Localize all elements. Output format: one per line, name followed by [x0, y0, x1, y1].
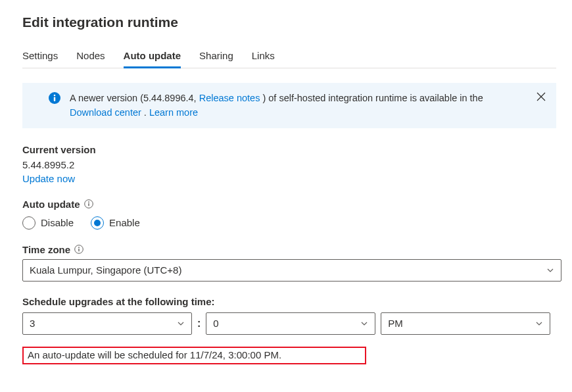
schedule-hour-value: 3: [30, 318, 35, 329]
tabs: Settings Nodes Auto update Sharing Links: [22, 47, 556, 68]
release-notes-link[interactable]: Release notes: [199, 93, 260, 103]
timezone-section: Time zone Kuala Lumpur, Singapore (UTC+8…: [22, 244, 556, 282]
banner-pre: A newer version (5.44.8996.4,: [70, 93, 199, 103]
info-icon: [49, 92, 60, 104]
schedule-section: Schedule upgrades at the following time:…: [22, 296, 556, 335]
tab-sharing[interactable]: Sharing: [199, 47, 233, 68]
chevron-down-icon: [546, 266, 554, 274]
current-version-label: Current version: [22, 144, 556, 155]
svg-point-6: [88, 202, 89, 203]
svg-rect-7: [88, 203, 89, 206]
schedule-minute-select[interactable]: 0: [206, 312, 375, 335]
info-help-icon[interactable]: [84, 199, 93, 208]
current-version-section: Current version 5.44.8995.2 Update now: [22, 144, 556, 184]
svg-rect-2: [54, 97, 55, 101]
close-icon[interactable]: [535, 91, 547, 103]
svg-rect-10: [78, 249, 79, 251]
tab-auto-update[interactable]: Auto update: [124, 47, 181, 68]
schedule-label: Schedule upgrades at the following time:: [22, 296, 556, 307]
auto-update-label: Auto update: [22, 199, 556, 210]
timezone-label: Time zone: [22, 244, 556, 255]
chevron-down-icon: [360, 320, 368, 328]
chevron-down-icon: [535, 320, 543, 328]
timezone-label-text: Time zone: [22, 244, 70, 255]
timezone-select[interactable]: Kuala Lumpur, Singapore (UTC+8): [22, 259, 561, 282]
schedule-hour-select[interactable]: 3: [22, 312, 192, 335]
timezone-value: Kuala Lumpur, Singapore (UTC+8): [30, 264, 181, 276]
radio-disable-label: Disable: [41, 217, 74, 228]
schedule-ampm-value: PM: [388, 318, 403, 329]
chevron-down-icon: [177, 320, 185, 328]
schedule-ampm-select[interactable]: PM: [381, 312, 550, 335]
schedule-minute-value: 0: [213, 318, 218, 329]
page-title: Edit integration runtime: [22, 14, 556, 30]
tab-nodes[interactable]: Nodes: [76, 47, 105, 68]
auto-update-section: Auto update Disable Enable: [22, 199, 556, 230]
svg-point-9: [78, 247, 80, 249]
info-banner: A newer version (5.44.8996.4, Release no…: [22, 83, 556, 128]
banner-text: A newer version (5.44.8996.4, Release no…: [70, 91, 526, 120]
tab-links[interactable]: Links: [252, 47, 275, 68]
auto-update-label-text: Auto update: [22, 199, 80, 210]
learn-more-link[interactable]: Learn more: [149, 107, 198, 118]
radio-enable-circle: [91, 216, 104, 230]
radio-enable-label: Enable: [109, 217, 140, 228]
svg-point-1: [54, 95, 56, 97]
update-now-link[interactable]: Update now: [22, 173, 556, 184]
radio-disable-circle: [22, 216, 36, 230]
radio-enable[interactable]: Enable: [91, 216, 140, 230]
banner-mid1: ) of self-hosted integration runtime is …: [260, 93, 483, 103]
scheduled-message-highlight: An auto-update will be scheduled for 11/…: [22, 347, 366, 364]
download-center-link[interactable]: Download center: [70, 107, 141, 118]
schedule-row: 3 : 0 PM: [22, 312, 556, 335]
scheduled-message: An auto-update will be scheduled for 11/…: [28, 349, 281, 360]
banner-mid2: .: [141, 107, 149, 118]
info-help-icon[interactable]: [74, 245, 83, 254]
radio-disable[interactable]: Disable: [22, 216, 74, 230]
current-version-value: 5.44.8995.2: [22, 159, 556, 170]
auto-update-radio-group: Disable Enable: [22, 216, 556, 230]
time-separator: :: [197, 318, 201, 330]
tab-settings[interactable]: Settings: [22, 47, 58, 68]
